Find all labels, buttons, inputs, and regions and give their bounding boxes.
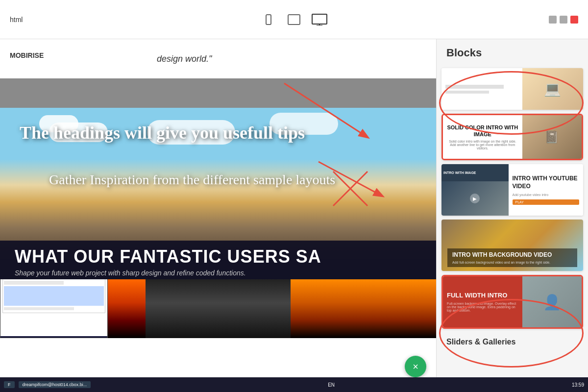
desktop-view-button[interactable] — [312, 14, 327, 25]
yt-small-label: INTRO WITH IMAGE — [443, 171, 476, 174]
quote-section: design world." — [0, 39, 436, 78]
youtube-intro-label: INTRO WITH YOUTUBE VIDEO — [513, 175, 580, 190]
chat-overlay: dreampifcom@host014.cbox.bi... × — [0, 279, 108, 338]
minimize-button[interactable] — [549, 16, 557, 24]
svg-rect-0 — [266, 15, 271, 24]
image-box-3 — [291, 279, 436, 338]
sliders-section-label: Sliders & Galleries — [437, 333, 588, 349]
heading-gather: Gather Inspiration from the different sa… — [49, 172, 335, 188]
mobile-view-button[interactable] — [261, 14, 276, 25]
view-toggle-group — [261, 14, 327, 25]
hero-section: The headings will give you usefull tips … — [0, 108, 436, 279]
solid-intro-desc: Solid color intro with image on the righ… — [447, 140, 518, 150]
svg-rect-4 — [312, 14, 327, 24]
user-images-row: dreampifcom@host014.cbox.bi... × — [0, 279, 436, 338]
solid-intro-label: SOLID COLOR INTRO WITH IMAGE — [447, 124, 518, 138]
fw-desc: Full-screen background image. Overlay ef… — [447, 302, 518, 312]
block-item-top-partial[interactable]: 💻 — [441, 68, 583, 110]
users-section: WHAT OUR FANTASTIC USERS SA Shape your f… — [0, 241, 436, 279]
quote-text: design world." — [157, 54, 212, 64]
panel-title: Blocks — [437, 39, 588, 64]
window-controls — [549, 16, 578, 24]
fw-label: FULL WIDTH INTRO — [447, 292, 518, 300]
image-box-2 — [146, 279, 291, 338]
tablet-view-button[interactable] — [286, 14, 302, 25]
taskbar: F dreampifcom@host014.cbox.bi... EN 13:5… — [0, 377, 588, 392]
block-solid-color-intro[interactable]: SOLID COLOR INTRO WITH IMAGE Solid color… — [441, 114, 583, 160]
person-icon: 👤 — [543, 294, 561, 311]
close-icon: × — [413, 361, 418, 372]
filename-label: html — [10, 16, 23, 24]
image-box-1: dreampifcom@host014.cbox.bi... × — [0, 279, 146, 338]
bgvideo-desc: Add full-screen background video and an … — [452, 261, 572, 264]
fab-close-button[interactable]: × — [405, 356, 426, 377]
block-youtube-intro[interactable]: INTRO WITH IMAGE ▶ INTRO WITH YOUTUBE VI… — [441, 164, 583, 216]
gray-section — [0, 78, 436, 108]
bgvideo-label: INTRO WITH BACKGROUND VIDEO — [452, 251, 572, 259]
taskbar-time: 13:59 — [572, 382, 584, 388]
text-overlay: The headings will give you usefull tips — [0, 113, 436, 158]
taskbar-locale: EN — [328, 382, 335, 388]
block-full-width[interactable]: FULL WIDTH INTRO Full-screen background … — [441, 275, 583, 329]
maximize-button[interactable] — [560, 16, 567, 24]
laptop-icon: 💻 — [544, 81, 561, 97]
taskbar-item-file[interactable]: F — [4, 381, 15, 388]
block-bg-video[interactable]: INTRO WITH BACKGROUND VIDEO Add full-scr… — [441, 220, 583, 271]
svg-rect-2 — [288, 15, 300, 24]
yt-play-icon[interactable]: ▶ — [470, 194, 480, 203]
users-title: WHAT OUR FANTASTIC USERS SA — [15, 246, 421, 267]
users-subtitle: Shape your future web project with sharp… — [15, 269, 421, 277]
preview-area: design world." The headings will give yo… — [0, 39, 436, 392]
blocks-panel: Blocks 💻 SOLID COLOR INTRO WITH IMAGE So… — [436, 39, 588, 392]
close-button[interactable] — [570, 16, 578, 24]
youtube-intro-desc: Add youtube video intro — [513, 193, 580, 196]
preview-canvas: design world." The headings will give yo… — [0, 39, 436, 392]
mobirise-label: MOBIRISE — [0, 48, 53, 63]
heading-tip: The headings will give you usefull tips — [20, 122, 416, 144]
taskbar-item-chat[interactable]: dreampifcom@host014.cbox.bi... — [19, 381, 91, 388]
chat-body — [0, 279, 107, 336]
book-icon: 📓 — [544, 130, 559, 144]
youtube-btn[interactable]: PLAY — [513, 199, 580, 205]
chat-content — [2, 279, 105, 313]
title-bar: html — [0, 0, 588, 39]
